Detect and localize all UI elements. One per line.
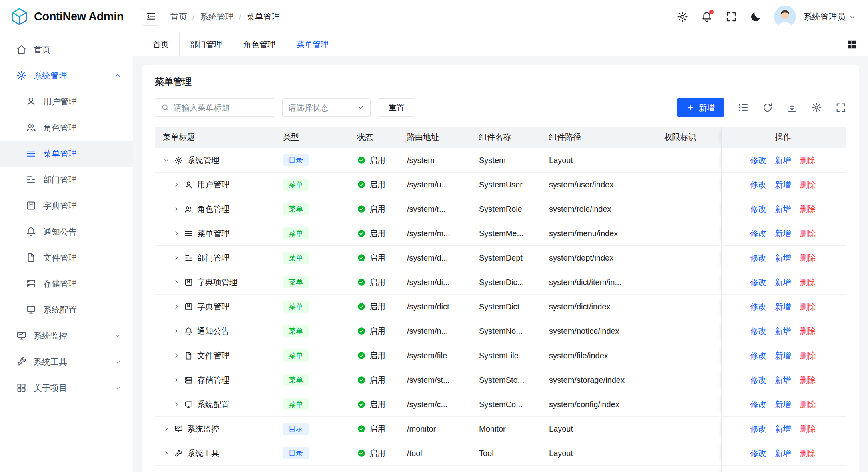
sidebar-item-user[interactable]: 用户管理 xyxy=(0,88,133,114)
row-action-edit[interactable]: 修改 xyxy=(750,326,766,337)
sidebar-item-role[interactable]: 角色管理 xyxy=(0,114,133,141)
refresh-button[interactable] xyxy=(762,102,773,113)
fullscreen-button[interactable] xyxy=(725,11,737,23)
theme-button[interactable] xyxy=(750,11,762,23)
row-action-delete[interactable]: 删除 xyxy=(800,253,816,263)
add-button[interactable]: 新增 xyxy=(677,98,724,117)
row-action-add[interactable]: 新增 xyxy=(775,448,791,459)
chevron-right-icon[interactable] xyxy=(163,450,170,457)
row-action-delete[interactable]: 删除 xyxy=(800,155,816,166)
breadcrumb-item[interactable]: 首页 xyxy=(170,11,187,22)
row-action-delete[interactable]: 删除 xyxy=(800,277,816,288)
row-action-delete[interactable]: 删除 xyxy=(800,448,816,459)
row-action-edit[interactable]: 修改 xyxy=(750,399,766,410)
row-action-add[interactable]: 新增 xyxy=(775,399,791,410)
cell-actions: 修改新增删除 xyxy=(721,221,844,245)
row-action-delete[interactable]: 删除 xyxy=(800,301,816,312)
chevron-right-icon[interactable] xyxy=(173,230,180,237)
row-action-edit[interactable]: 修改 xyxy=(750,204,766,215)
sidebar-item-storage[interactable]: 存储管理 xyxy=(0,271,133,297)
row-action-edit[interactable]: 修改 xyxy=(750,350,766,361)
row-action-edit[interactable]: 修改 xyxy=(750,448,766,459)
chevron-down-icon xyxy=(114,384,122,392)
row-action-delete[interactable]: 删除 xyxy=(800,399,816,410)
row-action-delete[interactable]: 删除 xyxy=(800,179,816,190)
row-action-add[interactable]: 新增 xyxy=(775,179,791,190)
row-action-add[interactable]: 新增 xyxy=(775,375,791,386)
reset-button[interactable]: 重置 xyxy=(378,98,415,117)
sidebar-item-config[interactable]: 系统配置 xyxy=(0,297,133,323)
sidebar-item-monitor[interactable]: 系统监控 xyxy=(0,323,133,349)
sidebar-item-about[interactable]: 关于项目 xyxy=(0,375,133,401)
breadcrumb-item[interactable]: 系统管理 xyxy=(200,11,234,22)
tab-role[interactable]: 角色管理 xyxy=(233,33,286,56)
row-action-add[interactable]: 新增 xyxy=(775,204,791,215)
layout-grid-button[interactable] xyxy=(846,39,858,50)
chevron-right-icon[interactable] xyxy=(173,181,180,188)
row-action-delete[interactable]: 删除 xyxy=(800,350,816,361)
row-height-button[interactable] xyxy=(786,102,798,113)
notifications-button[interactable] xyxy=(701,11,713,23)
row-action-add[interactable]: 新增 xyxy=(775,424,791,434)
chevron-down-icon[interactable] xyxy=(163,157,170,164)
chevron-right-icon[interactable] xyxy=(173,254,180,261)
sidebar-item-system[interactable]: 系统管理 xyxy=(0,62,133,88)
row-action-edit[interactable]: 修改 xyxy=(750,277,766,288)
avatar[interactable] xyxy=(774,6,796,28)
settings-button[interactable] xyxy=(676,11,688,23)
cell-title: 存储管理 xyxy=(155,368,275,392)
row-action-add[interactable]: 新增 xyxy=(775,253,791,263)
chevron-right-icon[interactable] xyxy=(173,279,180,286)
tabs: 首页部门管理角色管理菜单管理 xyxy=(142,33,339,56)
chevron-right-icon[interactable] xyxy=(173,303,180,310)
row-action-delete[interactable]: 删除 xyxy=(800,424,816,434)
row-action-add[interactable]: 新增 xyxy=(775,277,791,288)
logo-row[interactable]: ContiNew Admin xyxy=(0,0,133,33)
row-action-edit[interactable]: 修改 xyxy=(750,301,766,312)
fullscreen-button[interactable] xyxy=(835,102,846,113)
row-action-edit[interactable]: 修改 xyxy=(750,179,766,190)
chevron-right-icon[interactable] xyxy=(173,205,180,213)
cell-status: 启用 xyxy=(349,466,399,472)
breadcrumb-item[interactable]: 菜单管理 xyxy=(247,11,280,22)
tab-dept[interactable]: 部门管理 xyxy=(180,33,233,56)
column-settings-button[interactable] xyxy=(811,102,822,113)
chevron-right-icon[interactable] xyxy=(173,352,180,359)
sidebar-item-tool[interactable]: 系统工具 xyxy=(0,349,133,375)
user-menu[interactable]: 系统管理员 xyxy=(804,11,856,22)
row-action-add[interactable]: 新增 xyxy=(775,228,791,239)
row-action-delete[interactable]: 删除 xyxy=(800,326,816,337)
sidebar-item-home[interactable]: 首页 xyxy=(0,36,133,62)
row-action-add[interactable]: 新增 xyxy=(775,301,791,312)
sidebar-item-notice[interactable]: 通知公告 xyxy=(0,219,133,245)
row-action-edit[interactable]: 修改 xyxy=(750,228,766,239)
list-view-button[interactable] xyxy=(738,102,749,113)
chevron-right-icon[interactable] xyxy=(173,327,180,335)
row-action-delete[interactable]: 删除 xyxy=(800,228,816,239)
row-action-delete[interactable]: 删除 xyxy=(800,204,816,215)
sidebar-item-menu[interactable]: 菜单管理 xyxy=(0,141,133,167)
chevron-right-icon[interactable] xyxy=(173,376,180,384)
row-action-edit[interactable]: 修改 xyxy=(750,375,766,386)
row-action-delete[interactable]: 删除 xyxy=(800,375,816,386)
row-action-add[interactable]: 新增 xyxy=(775,155,791,166)
menu-title-search-input[interactable] xyxy=(174,103,269,112)
sidebar-collapse-button[interactable] xyxy=(142,8,160,26)
sidebar-item-dept[interactable]: 部门管理 xyxy=(0,167,133,193)
status-select[interactable]: 请选择状态 xyxy=(282,98,371,117)
cell-permission xyxy=(639,221,721,245)
row-action-edit[interactable]: 修改 xyxy=(750,155,766,166)
chevron-right-icon[interactable] xyxy=(163,425,170,432)
row-action-edit[interactable]: 修改 xyxy=(750,424,766,434)
cell-permission xyxy=(639,270,721,294)
row-action-add[interactable]: 新增 xyxy=(775,350,791,361)
tab-home[interactable]: 首页 xyxy=(142,33,180,56)
chevron-right-icon[interactable] xyxy=(173,401,180,408)
row-action-add[interactable]: 新增 xyxy=(775,326,791,337)
sidebar-item-dict[interactable]: 字典管理 xyxy=(0,193,133,219)
row-action-edit[interactable]: 修改 xyxy=(750,253,766,263)
gear-icon xyxy=(174,156,183,165)
tab-menu[interactable]: 菜单管理 xyxy=(286,33,339,56)
sidebar-item-file[interactable]: 文件管理 xyxy=(0,245,133,271)
cell-status: 启用 xyxy=(349,197,399,221)
